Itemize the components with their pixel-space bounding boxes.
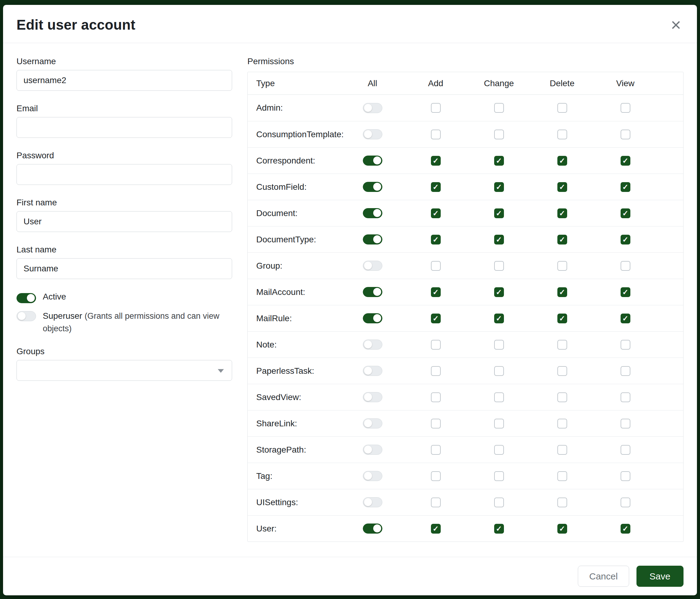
password-input[interactable] xyxy=(17,164,232,185)
superuser-toggle[interactable] xyxy=(17,311,36,321)
permission-all-toggle[interactable] xyxy=(363,208,382,218)
permission-view-checkbox[interactable] xyxy=(621,129,630,139)
permission-add-checkbox[interactable] xyxy=(431,235,441,244)
permission-all-toggle[interactable] xyxy=(363,129,382,139)
permission-view-checkbox[interactable] xyxy=(621,287,630,297)
permissions-table-header: Type All Add Change Delete View xyxy=(248,72,683,95)
permission-view-checkbox[interactable] xyxy=(621,445,630,455)
permission-add-checkbox[interactable] xyxy=(431,524,441,534)
permission-all-toggle[interactable] xyxy=(363,471,382,481)
cancel-button[interactable]: Cancel xyxy=(578,566,629,587)
permission-add-checkbox[interactable] xyxy=(431,366,441,376)
permission-view-checkbox[interactable] xyxy=(621,524,630,534)
permission-change-checkbox[interactable] xyxy=(494,392,504,402)
permission-delete-checkbox[interactable] xyxy=(557,340,567,350)
permission-delete-checkbox[interactable] xyxy=(557,261,567,271)
permission-view-checkbox[interactable] xyxy=(621,366,630,376)
username-input[interactable] xyxy=(17,70,232,91)
permission-add-checkbox[interactable] xyxy=(431,156,441,166)
permission-delete-checkbox[interactable] xyxy=(557,445,567,455)
permission-delete-checkbox[interactable] xyxy=(557,524,567,534)
permission-view-checkbox[interactable] xyxy=(621,498,630,507)
permission-view-checkbox[interactable] xyxy=(621,156,630,166)
permission-change-checkbox[interactable] xyxy=(494,129,504,139)
permission-change-checkbox[interactable] xyxy=(494,261,504,271)
permission-delete-checkbox[interactable] xyxy=(557,156,567,166)
permission-all-toggle[interactable] xyxy=(363,392,382,402)
permission-view-checkbox[interactable] xyxy=(621,314,630,324)
permission-add-checkbox[interactable] xyxy=(431,392,441,402)
last-name-input[interactable] xyxy=(17,258,232,279)
permission-all-toggle[interactable] xyxy=(363,234,382,244)
username-group: Username xyxy=(17,56,232,91)
first-name-input[interactable] xyxy=(17,211,232,232)
permission-change-checkbox[interactable] xyxy=(494,103,504,113)
permission-view-checkbox[interactable] xyxy=(621,419,630,429)
permission-view-checkbox[interactable] xyxy=(621,471,630,481)
permission-add-checkbox[interactable] xyxy=(431,261,441,271)
permission-delete-checkbox[interactable] xyxy=(557,287,567,297)
permission-all-toggle[interactable] xyxy=(363,261,382,271)
permission-delete-checkbox[interactable] xyxy=(557,209,567,218)
permission-delete-checkbox[interactable] xyxy=(557,235,567,244)
permission-all-toggle[interactable] xyxy=(363,155,382,166)
permission-change-checkbox[interactable] xyxy=(494,366,504,376)
permission-delete-checkbox[interactable] xyxy=(557,498,567,507)
permission-change-checkbox[interactable] xyxy=(494,471,504,481)
permission-change-checkbox[interactable] xyxy=(494,445,504,455)
permission-view-checkbox[interactable] xyxy=(621,209,630,218)
permission-delete-checkbox[interactable] xyxy=(557,366,567,376)
permission-view-checkbox[interactable] xyxy=(621,261,630,271)
permission-delete-checkbox[interactable] xyxy=(557,182,567,192)
permission-change-checkbox[interactable] xyxy=(494,524,504,534)
permission-all-toggle[interactable] xyxy=(363,366,382,376)
active-toggle[interactable] xyxy=(17,293,36,303)
permission-add-checkbox[interactable] xyxy=(431,471,441,481)
permission-change-checkbox[interactable] xyxy=(494,340,504,350)
permission-type-label: StoragePath: xyxy=(248,445,341,455)
permission-add-checkbox[interactable] xyxy=(431,340,441,350)
permission-delete-checkbox[interactable] xyxy=(557,471,567,481)
permission-change-checkbox[interactable] xyxy=(494,419,504,429)
permission-add-checkbox[interactable] xyxy=(431,287,441,297)
permission-add-checkbox[interactable] xyxy=(431,103,441,113)
permission-change-checkbox[interactable] xyxy=(494,498,504,507)
permission-add-checkbox[interactable] xyxy=(431,314,441,324)
permission-add-checkbox[interactable] xyxy=(431,445,441,455)
permission-view-checkbox[interactable] xyxy=(621,235,630,244)
permission-all-toggle[interactable] xyxy=(363,313,382,324)
permission-delete-checkbox[interactable] xyxy=(557,314,567,324)
permission-delete-checkbox[interactable] xyxy=(557,129,567,139)
permission-change-checkbox[interactable] xyxy=(494,209,504,218)
permission-all-toggle[interactable] xyxy=(363,445,382,455)
permission-change-checkbox[interactable] xyxy=(494,156,504,166)
permission-add-checkbox[interactable] xyxy=(431,209,441,218)
close-icon[interactable]: × xyxy=(668,17,683,33)
permission-delete-checkbox[interactable] xyxy=(557,419,567,429)
save-button[interactable]: Save xyxy=(636,566,683,587)
permission-add-checkbox[interactable] xyxy=(431,129,441,139)
permission-view-checkbox[interactable] xyxy=(621,392,630,402)
permission-change-checkbox[interactable] xyxy=(494,235,504,244)
permission-add-checkbox[interactable] xyxy=(431,498,441,507)
permission-all-toggle[interactable] xyxy=(363,497,382,507)
permission-view-checkbox[interactable] xyxy=(621,103,630,113)
permission-change-checkbox[interactable] xyxy=(494,287,504,297)
groups-select[interactable] xyxy=(17,360,232,381)
permission-all-toggle[interactable] xyxy=(363,182,382,192)
email-input[interactable] xyxy=(17,117,232,138)
permission-type-label: PaperlessTask: xyxy=(248,366,341,376)
permission-all-toggle[interactable] xyxy=(363,524,382,534)
permission-change-checkbox[interactable] xyxy=(494,182,504,192)
permission-all-toggle[interactable] xyxy=(363,418,382,429)
permission-all-toggle[interactable] xyxy=(363,287,382,297)
permission-delete-checkbox[interactable] xyxy=(557,392,567,402)
permission-all-toggle[interactable] xyxy=(363,339,382,350)
permission-change-checkbox[interactable] xyxy=(494,314,504,324)
permission-add-checkbox[interactable] xyxy=(431,182,441,192)
permission-add-checkbox[interactable] xyxy=(431,419,441,429)
permission-all-toggle[interactable] xyxy=(363,103,382,113)
permission-view-checkbox[interactable] xyxy=(621,340,630,350)
permission-view-checkbox[interactable] xyxy=(621,182,630,192)
permission-delete-checkbox[interactable] xyxy=(557,103,567,113)
